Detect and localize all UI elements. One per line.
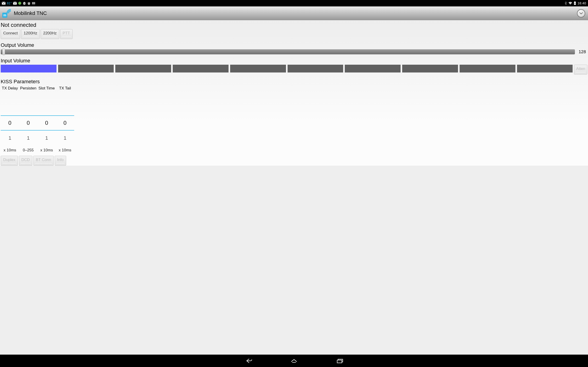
kiss-column-header: TX Delay bbox=[1, 85, 19, 91]
bluetooth-icon bbox=[565, 1, 567, 5]
kiss-headers: TX DelayPersistenSlot TimeTX Tail bbox=[1, 85, 587, 91]
android-status-bar: 81° 16:40 bbox=[0, 0, 588, 6]
connection-status: Not connected bbox=[1, 22, 587, 28]
overflow-menu-button[interactable] bbox=[577, 9, 585, 17]
battery-charging-icon bbox=[574, 1, 576, 5]
picker-prev bbox=[56, 100, 74, 115]
output-volume-label: Output Volume bbox=[1, 42, 587, 48]
kiss-column-header: Persisten bbox=[19, 85, 37, 91]
dcd-button[interactable]: DCD bbox=[19, 156, 32, 166]
input-meter-segment bbox=[1, 65, 57, 73]
input-meter-segment bbox=[517, 65, 573, 73]
main-content: Not connected Connect 1200Hz 2200Hz PTT … bbox=[0, 20, 588, 166]
input-meter-segment bbox=[460, 65, 515, 73]
app-icon: m bbox=[2, 9, 11, 18]
output-volume-thumb[interactable] bbox=[2, 49, 5, 55]
svg-rect-4 bbox=[32, 2, 33, 4]
picker-selected[interactable]: 0 bbox=[1, 115, 19, 131]
picker-prev bbox=[1, 100, 19, 115]
back-button[interactable] bbox=[243, 357, 253, 364]
input-meter-segment bbox=[288, 65, 343, 73]
picker-next: 1 bbox=[37, 131, 56, 146]
home-button[interactable] bbox=[289, 357, 299, 364]
kiss-params-label: KISS Parameters bbox=[1, 79, 587, 85]
kiss-pickers: 01x 10ms010–25501x 10ms01x 10ms bbox=[1, 100, 587, 155]
output-volume-value: 128 bbox=[578, 49, 587, 54]
kiss-number-picker[interactable]: 010–255 bbox=[19, 100, 37, 155]
output-volume-slider[interactable] bbox=[1, 49, 575, 55]
picker-next: 1 bbox=[19, 131, 37, 146]
temperature: 81° bbox=[7, 1, 12, 5]
tone-2200-button[interactable]: 2200Hz bbox=[41, 29, 59, 39]
app-action-bar: m Mobilinkd TNC bbox=[0, 6, 588, 20]
android-nav-bar bbox=[0, 355, 588, 367]
picker-next: 1 bbox=[1, 131, 19, 146]
bottom-button-row: Duplex DCD BT Conn Info bbox=[1, 156, 587, 166]
clock: 16:40 bbox=[578, 1, 586, 5]
shopping-bag-icon bbox=[23, 2, 26, 5]
picker-unit: 0–255 bbox=[23, 146, 34, 155]
input-volume-label: Input Volume bbox=[1, 58, 587, 64]
wifi-icon bbox=[568, 2, 572, 5]
svg-rect-9 bbox=[574, 1, 575, 2]
picker-next: 1 bbox=[56, 131, 74, 146]
input-meter-segment bbox=[173, 65, 229, 73]
connect-button[interactable]: Connect bbox=[1, 29, 20, 39]
kiss-number-picker[interactable]: 01x 10ms bbox=[37, 100, 56, 155]
recents-button[interactable] bbox=[335, 357, 345, 364]
kiss-number-picker[interactable]: 01x 10ms bbox=[1, 100, 19, 155]
picker-unit: x 10ms bbox=[4, 146, 16, 155]
svg-point-2 bbox=[18, 2, 21, 5]
play-store-icon bbox=[27, 2, 31, 5]
bt-conn-button[interactable]: BT Conn bbox=[33, 156, 54, 166]
input-meter-segment bbox=[58, 65, 114, 73]
picker-unit: x 10ms bbox=[59, 146, 71, 155]
info-button[interactable]: Info bbox=[55, 156, 66, 166]
input-volume-meter bbox=[1, 65, 573, 75]
picker-selected[interactable]: 0 bbox=[37, 115, 56, 131]
mail-icon bbox=[2, 2, 6, 5]
input-meter-segment bbox=[230, 65, 286, 73]
input-meter-segment bbox=[402, 65, 458, 73]
kiss-column-header: TX Tail bbox=[56, 85, 74, 91]
connection-button-row: Connect 1200Hz 2200Hz PTT bbox=[1, 29, 587, 39]
picker-selected[interactable]: 0 bbox=[19, 115, 37, 131]
barcode-icon bbox=[32, 2, 35, 5]
atten-button[interactable]: Atten bbox=[574, 65, 587, 75]
svg-rect-12 bbox=[337, 360, 342, 363]
svg-rect-6 bbox=[34, 2, 34, 4]
input-meter-segment bbox=[115, 65, 171, 73]
svg-rect-7 bbox=[35, 2, 35, 4]
picker-prev bbox=[19, 100, 37, 115]
picker-selected[interactable]: 0 bbox=[56, 115, 74, 131]
gmail-icon bbox=[13, 2, 17, 5]
globe-icon bbox=[18, 2, 21, 5]
picker-unit: x 10ms bbox=[40, 146, 53, 155]
kiss-column-header: Slot Time bbox=[37, 85, 56, 91]
input-meter-segment bbox=[345, 65, 401, 73]
kiss-number-picker[interactable]: 01x 10ms bbox=[56, 100, 74, 155]
picker-prev bbox=[37, 100, 56, 115]
app-title: Mobilinkd TNC bbox=[14, 10, 47, 16]
ptt-button[interactable]: PTT bbox=[60, 29, 73, 39]
tone-1200-button[interactable]: 1200Hz bbox=[21, 29, 40, 39]
duplex-button[interactable]: Duplex bbox=[1, 156, 18, 166]
svg-rect-5 bbox=[33, 2, 34, 4]
